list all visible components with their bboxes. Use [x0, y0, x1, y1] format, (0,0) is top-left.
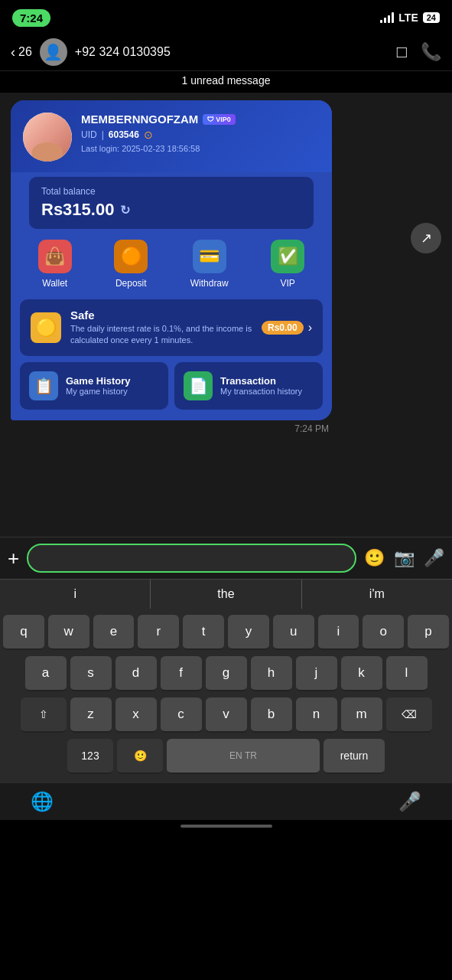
- uid-value: 603546: [109, 129, 139, 140]
- add-button[interactable]: +: [8, 547, 19, 570]
- key-b[interactable]: b: [251, 697, 292, 733]
- message-bubble: MEMBERNNGOFZAM 🛡 VIP0 UID | 603546 ⊙ Las…: [11, 100, 332, 434]
- suggestion-2[interactable]: i'm: [302, 580, 452, 609]
- nav-bar: ‹ 26 👤 +92 324 0130395 □ 📞: [0, 34, 452, 71]
- home-indicator: [180, 825, 272, 828]
- shield-icon: 🛡: [207, 116, 214, 123]
- key-x[interactable]: x: [115, 697, 157, 733]
- space-key[interactable]: EN TR: [167, 739, 320, 774]
- key-r[interactable]: r: [138, 615, 179, 650]
- withdraw-button[interactable]: 💳 Withdraw: [190, 240, 229, 289]
- key-f[interactable]: f: [161, 656, 202, 691]
- key-s[interactable]: s: [70, 656, 112, 691]
- game-history-title: Game History: [66, 375, 131, 387]
- return-key[interactable]: return: [324, 739, 385, 774]
- deposit-button[interactable]: 🟠 Deposit: [114, 240, 148, 289]
- copy-icon[interactable]: ⊙: [144, 129, 153, 141]
- emoji-sticker-icon[interactable]: 🙂: [364, 548, 385, 568]
- refresh-icon[interactable]: ↻: [120, 203, 130, 217]
- bubble-card: MEMBERNNGOFZAM 🛡 VIP0 UID | 603546 ⊙ Las…: [11, 100, 332, 420]
- key-a[interactable]: a: [25, 656, 67, 691]
- key-y[interactable]: y: [228, 615, 269, 650]
- keyboard-row-2: a s d f g h j k l: [3, 656, 449, 691]
- mic-keyboard-icon[interactable]: 🎤: [398, 791, 421, 812]
- keyboard-row-4: 123 🙂 EN TR return: [3, 739, 449, 774]
- key-n[interactable]: n: [296, 697, 337, 733]
- key-c[interactable]: c: [161, 697, 202, 733]
- vip-badge: 🛡 VIP0: [203, 114, 236, 125]
- key-v[interactable]: v: [206, 697, 247, 733]
- balance-label: Total balance: [41, 186, 301, 197]
- lte-label: LTE: [398, 11, 418, 24]
- delete-key[interactable]: ⌫: [386, 697, 432, 733]
- mic-icon[interactable]: 🎤: [424, 548, 444, 568]
- nav-action-icons: □ 📞: [397, 42, 441, 62]
- chat-area: MEMBERNNGOFZAM 🛡 VIP0 UID | 603546 ⊙ Las…: [0, 93, 452, 537]
- key-k[interactable]: k: [341, 656, 382, 691]
- word-suggestions: i the i'm: [0, 579, 452, 609]
- phone-call-icon[interactable]: 📞: [421, 42, 441, 62]
- phone-number: +92 324 0130395: [75, 45, 389, 59]
- safe-icon: 🟡: [31, 312, 61, 343]
- deposit-label: Deposit: [115, 278, 147, 289]
- safe-desc: The daily interest rate is 0.1%, and the…: [70, 323, 252, 347]
- key-g[interactable]: g: [206, 656, 247, 691]
- emoji-key[interactable]: 🙂: [117, 739, 163, 774]
- shift-key[interactable]: ⇧: [21, 697, 67, 733]
- back-button[interactable]: ‹ 26: [11, 44, 32, 60]
- camera-icon[interactable]: 📷: [394, 548, 415, 568]
- key-j[interactable]: j: [296, 656, 337, 691]
- vip-label: VIP: [281, 278, 295, 289]
- key-e[interactable]: e: [93, 615, 135, 650]
- safe-section[interactable]: 🟡 Safe The daily interest rate is 0.1%, …: [20, 299, 323, 356]
- key-w[interactable]: w: [48, 615, 89, 650]
- profile-info: MEMBERNNGOFZAM 🛡 VIP0 UID | 603546 ⊙ Las…: [81, 113, 320, 153]
- keyboard-row-1: q w e r t y u i o p: [3, 615, 449, 650]
- key-t[interactable]: t: [183, 615, 224, 650]
- key-h[interactable]: h: [251, 656, 292, 691]
- avatar: [23, 113, 72, 162]
- safe-chevron-icon: ›: [308, 321, 312, 335]
- game-history-card[interactable]: 📋 Game History My game history: [20, 362, 168, 410]
- key-i[interactable]: i: [318, 615, 359, 650]
- status-time: 7:24: [12, 9, 50, 27]
- share-button[interactable]: ↗: [411, 223, 441, 253]
- key-m[interactable]: m: [341, 697, 382, 733]
- transaction-card[interactable]: 📄 Transaction My transaction history: [174, 362, 323, 410]
- status-bar: 7:24 LTE 24: [0, 0, 452, 34]
- wallet-button[interactable]: 👜 Wallet: [38, 240, 72, 289]
- input-area: + 🙂 📷 🎤: [0, 537, 452, 579]
- transaction-icon: 📄: [184, 371, 213, 400]
- video-call-icon[interactable]: □: [397, 42, 407, 62]
- action-buttons: 👜 Wallet 🟠 Deposit 💳 Withdraw ✅ VIP: [11, 229, 332, 296]
- suggestion-1[interactable]: the: [151, 580, 301, 609]
- suggestion-0[interactable]: i: [0, 580, 151, 609]
- person-icon: 👤: [44, 43, 63, 61]
- key-u[interactable]: u: [273, 615, 314, 650]
- message-timestamp: 7:24 PM: [11, 423, 332, 434]
- key-l[interactable]: l: [386, 656, 428, 691]
- key-z[interactable]: z: [70, 697, 112, 733]
- globe-icon[interactable]: 🌐: [31, 791, 54, 812]
- key-q[interactable]: q: [3, 615, 44, 650]
- bottom-bar: 🌐 🎤: [0, 783, 452, 820]
- numbers-key[interactable]: 123: [67, 739, 113, 774]
- last-login: Last login: 2025-02-23 18:56:58: [81, 144, 320, 153]
- keyboard-row-3: ⇧ z x c v b n m ⌫: [3, 697, 449, 733]
- keyboard: q w e r t y u i o p a s d f g h j k l ⇧ …: [0, 609, 452, 783]
- safe-amount: Rs0.00: [262, 321, 304, 335]
- message-input[interactable]: [27, 544, 356, 573]
- vip-button[interactable]: ✅ VIP: [271, 240, 304, 289]
- key-o[interactable]: o: [363, 615, 404, 650]
- back-chevron-icon: ‹: [11, 44, 15, 60]
- share-icon: ↗: [421, 230, 432, 247]
- transaction-text: Transaction My transaction history: [220, 375, 302, 396]
- withdraw-icon: 💳: [193, 240, 226, 273]
- avatar: 👤: [40, 38, 67, 66]
- key-d[interactable]: d: [115, 656, 157, 691]
- key-p[interactable]: p: [408, 615, 449, 650]
- back-count: 26: [18, 45, 32, 59]
- uid-label: UID: [81, 129, 97, 140]
- safe-info: Safe The daily interest rate is 0.1%, an…: [70, 309, 252, 347]
- wallet-icon: 👜: [38, 240, 72, 273]
